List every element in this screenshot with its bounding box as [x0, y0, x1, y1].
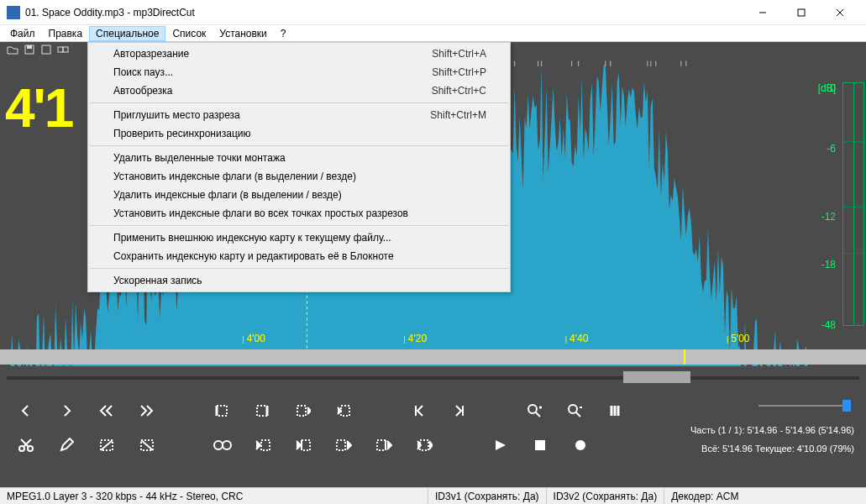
- menu-item[interactable]: Установить индексные флаги (в выделении …: [88, 167, 510, 186]
- rewind-button[interactable]: [96, 400, 118, 422]
- ruler-tick: 5'00: [727, 333, 750, 344]
- menu-list[interactable]: Список: [165, 26, 213, 41]
- edit-button[interactable]: [55, 434, 77, 456]
- menu-item[interactable]: Сохранить индексную карту и редактироват…: [88, 247, 510, 265]
- position-cursor: [684, 349, 685, 365]
- db-meter: [842, 82, 864, 326]
- menu-item[interactable]: Поиск пауз...Shift+Ctrl+P: [88, 63, 510, 81]
- svg-rect-8: [63, 47, 68, 52]
- title-bar: 01. Space Oddity.mp3 - mp3DirectCut: [0, 0, 866, 25]
- menu-item[interactable]: Приглушить место разрезаShift+Ctrl+M: [88, 106, 510, 124]
- overview-thumb[interactable]: [623, 371, 690, 383]
- db-tick-18: -18: [821, 259, 836, 270]
- svg-rect-30: [257, 406, 267, 416]
- sel-start-button[interactable]: [212, 400, 234, 422]
- status-decoder: Декодер: ACM: [664, 488, 866, 504]
- svg-point-33: [528, 405, 537, 413]
- menu-edit[interactable]: Правка: [42, 26, 90, 41]
- zoom-in-button[interactable]: [524, 400, 546, 422]
- zoom-fit-button[interactable]: [605, 400, 627, 422]
- skip-fwd-button[interactable]: [55, 400, 77, 422]
- window-title: 01. Space Oddity.mp3 - mp3DirectCut: [25, 7, 743, 18]
- sel-play-start-button[interactable]: [292, 400, 314, 422]
- status-id3v2: ID3v2 (Сохранять: Да): [547, 488, 665, 504]
- menu-separator: [90, 145, 508, 146]
- db-tick-0: 0: [830, 82, 836, 94]
- transport-controls: Часть (1 / 1): 5'14.96 - 5'14.96 (5'14.9…: [0, 390, 866, 487]
- close-button[interactable]: [821, 0, 859, 25]
- maximize-button[interactable]: [782, 0, 821, 25]
- play-sel-a-button[interactable]: [252, 434, 274, 456]
- svg-rect-42: [302, 440, 310, 450]
- play-sel-c-button[interactable]: [333, 434, 354, 456]
- fade-in-button[interactable]: [96, 434, 118, 456]
- batch-icon[interactable]: [57, 45, 69, 55]
- play-sel-d-button[interactable]: [373, 434, 395, 456]
- menu-help[interactable]: ?: [274, 26, 293, 41]
- menu-item[interactable]: Удалить индексные флаги (в выделении / в…: [88, 186, 510, 204]
- menu-special[interactable]: Специальное: [89, 26, 165, 41]
- menu-file[interactable]: Файл: [3, 26, 42, 41]
- info-line-1: Часть (1 / 1): 5'14.96 - 5'14.96 (5'14.9…: [690, 423, 854, 437]
- ruler-tick: 4'20: [404, 333, 428, 344]
- svg-point-47: [575, 440, 585, 450]
- record-button[interactable]: [569, 434, 591, 456]
- svg-rect-1: [798, 9, 805, 16]
- svg-rect-32: [341, 406, 349, 416]
- svg-rect-7: [58, 47, 63, 52]
- ruler-tick: 4'40: [565, 333, 589, 344]
- db-tick-12: -12: [821, 211, 836, 223]
- menu-item[interactable]: Установить индексные флаги во всех точка…: [88, 204, 510, 223]
- volume-thumb[interactable]: [842, 400, 851, 412]
- save-icon[interactable]: [24, 45, 35, 55]
- overview-slider[interactable]: [0, 366, 866, 390]
- save-sel-icon[interactable]: [40, 45, 52, 55]
- db-tick-48: -48: [821, 319, 836, 331]
- fastfwd-button[interactable]: [136, 400, 158, 422]
- play-sel-b-button[interactable]: [292, 434, 314, 456]
- svg-rect-5: [27, 45, 32, 49]
- info-line-2: Всё: 5'14.96 Текущее: 4'10.09 (79%): [701, 442, 854, 455]
- sel-play-end-button[interactable]: [333, 400, 354, 422]
- position-bar[interactable]: [0, 349, 866, 365]
- cut-button[interactable]: [15, 434, 37, 456]
- db-scale: [dB] 0 -6 -12 -18 -48: [807, 82, 866, 334]
- svg-point-34: [569, 405, 577, 413]
- volume-slider[interactable]: [758, 400, 851, 412]
- menu-item[interactable]: Удалить выделенные точки монтажа: [88, 149, 510, 167]
- menu-separator: [90, 225, 508, 226]
- svg-rect-44: [377, 440, 386, 450]
- menu-item[interactable]: Проверить ресинхронизацию: [88, 124, 510, 143]
- svg-rect-43: [337, 440, 345, 450]
- menu-item[interactable]: Применить внешнюю индексную карту к теку…: [88, 228, 510, 247]
- prev-cut-button[interactable]: [408, 400, 430, 422]
- skip-back-button[interactable]: [15, 400, 37, 422]
- minimize-button[interactable]: [743, 0, 782, 25]
- big-time-display: 4'1: [5, 77, 72, 139]
- db-tick-6: -6: [827, 143, 836, 155]
- time-ruler: 4'00 4'20 4'40 5'00: [0, 334, 807, 344]
- svg-rect-31: [297, 406, 306, 416]
- menu-item[interactable]: Ускоренная запись: [88, 271, 510, 290]
- sel-end-button[interactable]: [252, 400, 274, 422]
- menu-separator: [90, 102, 508, 103]
- status-id3v1: ID3v1 (Сохранять: Да): [428, 488, 547, 504]
- menu-item[interactable]: АвторазрезаниеShift+Ctrl+A: [88, 45, 510, 63]
- menu-separator: [90, 268, 508, 269]
- play-button[interactable]: [489, 434, 511, 456]
- open-icon[interactable]: [7, 45, 18, 55]
- menu-settings[interactable]: Установки: [213, 26, 273, 41]
- special-menu-dropdown: АвторазрезаниеShift+Ctrl+AПоиск пауз...S…: [87, 42, 511, 292]
- svg-rect-41: [261, 440, 270, 450]
- play-sel-e-button[interactable]: [413, 434, 435, 456]
- svg-rect-46: [535, 440, 545, 450]
- svg-rect-6: [42, 45, 50, 54]
- zoom-out-button[interactable]: [564, 400, 586, 422]
- fade-out-button[interactable]: [136, 434, 158, 456]
- loop-button[interactable]: [212, 434, 234, 456]
- stop-button[interactable]: [529, 434, 551, 456]
- menu-item[interactable]: АвтообрезкаShift+Ctrl+C: [88, 81, 510, 100]
- next-cut-button[interactable]: [449, 400, 470, 422]
- app-icon: [7, 6, 20, 19]
- menu-bar: Файл Правка Специальное Список Установки…: [0, 25, 866, 42]
